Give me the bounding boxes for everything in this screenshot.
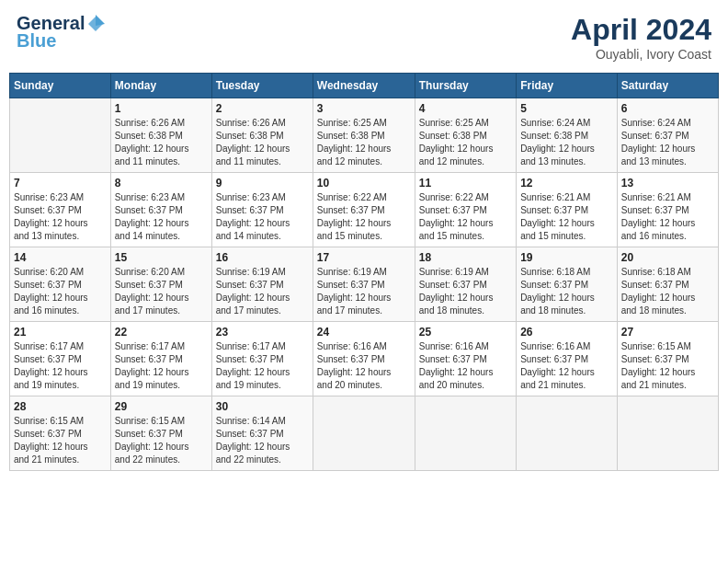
day-info: Sunrise: 6:17 AM Sunset: 6:37 PM Dayligh… [14,340,107,392]
page-header: General Blue April 2024 Ouyabli, Ivory C… [9,9,719,65]
calendar-cell: 4Sunrise: 6:25 AM Sunset: 6:38 PM Daylig… [415,98,516,173]
calendar-cell: 8Sunrise: 6:23 AM Sunset: 6:37 PM Daylig… [110,173,211,247]
day-number: 26 [520,326,613,339]
day-number: 12 [520,177,613,190]
calendar-cell: 5Sunrise: 6:24 AM Sunset: 6:38 PM Daylig… [517,98,618,173]
day-info: Sunrise: 6:19 AM Sunset: 6:37 PM Dayligh… [419,266,512,317]
day-number: 22 [115,326,208,339]
calendar-cell: 27Sunrise: 6:15 AM Sunset: 6:37 PM Dayli… [617,322,718,396]
day-number: 8 [115,177,208,190]
day-number: 1 [115,102,208,115]
calendar-cell: 17Sunrise: 6:19 AM Sunset: 6:37 PM Dayli… [313,247,415,322]
calendar-cell: 20Sunrise: 6:18 AM Sunset: 6:37 PM Dayli… [617,247,718,322]
calendar-cell: 24Sunrise: 6:16 AM Sunset: 6:37 PM Dayli… [313,322,415,396]
day-info: Sunrise: 6:19 AM Sunset: 6:37 PM Dayligh… [216,266,309,317]
day-number: 27 [621,326,714,339]
day-number: 20 [621,251,714,264]
calendar-cell: 28Sunrise: 6:15 AM Sunset: 6:37 PM Dayli… [10,396,111,471]
day-number: 9 [216,177,309,190]
day-info: Sunrise: 6:17 AM Sunset: 6:37 PM Dayligh… [216,340,309,392]
calendar-cell: 23Sunrise: 6:17 AM Sunset: 6:37 PM Dayli… [211,322,313,396]
logo-icon [86,15,105,33]
calendar-cell: 13Sunrise: 6:21 AM Sunset: 6:37 PM Dayli… [617,173,718,247]
day-number: 7 [14,177,107,190]
day-info: Sunrise: 6:18 AM Sunset: 6:37 PM Dayligh… [621,266,714,317]
day-info: Sunrise: 6:23 AM Sunset: 6:37 PM Dayligh… [216,191,309,243]
month-title: April 2024 [571,13,711,47]
calendar-cell: 26Sunrise: 6:16 AM Sunset: 6:37 PM Dayli… [517,322,618,396]
day-info: Sunrise: 6:24 AM Sunset: 6:38 PM Dayligh… [520,117,613,168]
calendar-cell: 1Sunrise: 6:26 AM Sunset: 6:38 PM Daylig… [110,98,211,173]
day-info: Sunrise: 6:26 AM Sunset: 6:38 PM Dayligh… [216,117,309,168]
day-info: Sunrise: 6:23 AM Sunset: 6:37 PM Dayligh… [115,191,208,243]
weekday-header: Tuesday [211,74,313,98]
day-number: 18 [419,251,512,264]
day-info: Sunrise: 6:21 AM Sunset: 6:37 PM Dayligh… [520,191,613,243]
calendar-cell: 14Sunrise: 6:20 AM Sunset: 6:37 PM Dayli… [10,247,111,322]
location-subtitle: Ouyabli, Ivory Coast [571,47,711,62]
day-number: 6 [621,102,714,115]
calendar-cell: 3Sunrise: 6:25 AM Sunset: 6:38 PM Daylig… [313,98,415,173]
calendar-cell: 22Sunrise: 6:17 AM Sunset: 6:37 PM Dayli… [110,322,211,396]
calendar-cell [517,396,618,471]
day-number: 29 [115,400,208,413]
calendar-cell [415,396,516,471]
day-info: Sunrise: 6:15 AM Sunset: 6:37 PM Dayligh… [115,415,208,466]
day-info: Sunrise: 6:23 AM Sunset: 6:37 PM Dayligh… [14,191,107,243]
calendar-cell: 15Sunrise: 6:20 AM Sunset: 6:37 PM Dayli… [110,247,211,322]
title-block: April 2024 Ouyabli, Ivory Coast [571,13,711,62]
calendar-week-row: 21Sunrise: 6:17 AM Sunset: 6:37 PM Dayli… [10,322,719,396]
day-info: Sunrise: 6:20 AM Sunset: 6:37 PM Dayligh… [14,266,107,317]
weekday-header: Monday [110,74,211,98]
calendar-cell: 16Sunrise: 6:19 AM Sunset: 6:37 PM Dayli… [211,247,313,322]
day-number: 11 [419,177,512,190]
calendar-cell: 19Sunrise: 6:18 AM Sunset: 6:37 PM Dayli… [517,247,618,322]
weekday-header: Sunday [10,74,111,98]
day-info: Sunrise: 6:20 AM Sunset: 6:37 PM Dayligh… [115,266,208,317]
day-number: 3 [317,102,411,115]
weekday-header: Thursday [415,74,516,98]
day-info: Sunrise: 6:16 AM Sunset: 6:37 PM Dayligh… [317,340,411,392]
calendar-week-row: 14Sunrise: 6:20 AM Sunset: 6:37 PM Dayli… [10,247,719,322]
weekday-header: Saturday [617,74,718,98]
day-info: Sunrise: 6:16 AM Sunset: 6:37 PM Dayligh… [419,340,512,392]
calendar-cell [617,396,718,471]
day-info: Sunrise: 6:24 AM Sunset: 6:37 PM Dayligh… [621,117,714,168]
day-info: Sunrise: 6:22 AM Sunset: 6:37 PM Dayligh… [317,191,411,243]
calendar-cell: 10Sunrise: 6:22 AM Sunset: 6:37 PM Dayli… [313,173,415,247]
calendar-cell: 12Sunrise: 6:21 AM Sunset: 6:37 PM Dayli… [517,173,618,247]
day-info: Sunrise: 6:18 AM Sunset: 6:37 PM Dayligh… [520,266,613,317]
day-number: 4 [419,102,512,115]
day-info: Sunrise: 6:19 AM Sunset: 6:37 PM Dayligh… [317,266,411,317]
day-number: 5 [520,102,613,115]
day-info: Sunrise: 6:25 AM Sunset: 6:38 PM Dayligh… [419,117,512,168]
calendar-cell: 11Sunrise: 6:22 AM Sunset: 6:37 PM Dayli… [415,173,516,247]
day-info: Sunrise: 6:22 AM Sunset: 6:37 PM Dayligh… [419,191,512,243]
calendar-cell: 6Sunrise: 6:24 AM Sunset: 6:37 PM Daylig… [617,98,718,173]
day-info: Sunrise: 6:25 AM Sunset: 6:38 PM Dayligh… [317,117,411,168]
day-info: Sunrise: 6:15 AM Sunset: 6:37 PM Dayligh… [621,340,714,392]
day-number: 30 [216,400,309,413]
day-number: 10 [317,177,411,190]
day-info: Sunrise: 6:16 AM Sunset: 6:37 PM Dayligh… [520,340,613,392]
calendar-week-row: 1Sunrise: 6:26 AM Sunset: 6:38 PM Daylig… [10,98,719,173]
calendar-cell: 25Sunrise: 6:16 AM Sunset: 6:37 PM Dayli… [415,322,516,396]
calendar-cell: 29Sunrise: 6:15 AM Sunset: 6:37 PM Dayli… [110,396,211,471]
calendar-cell: 7Sunrise: 6:23 AM Sunset: 6:37 PM Daylig… [10,173,111,247]
calendar-cell [313,396,415,471]
weekday-header: Friday [517,74,618,98]
calendar-week-row: 7Sunrise: 6:23 AM Sunset: 6:37 PM Daylig… [10,173,719,247]
calendar-week-row: 28Sunrise: 6:15 AM Sunset: 6:37 PM Dayli… [10,396,719,471]
day-number: 16 [216,251,309,264]
calendar-cell: 21Sunrise: 6:17 AM Sunset: 6:37 PM Dayli… [10,322,111,396]
day-info: Sunrise: 6:17 AM Sunset: 6:37 PM Dayligh… [115,340,208,392]
svg-marker-1 [96,15,105,26]
calendar-table: SundayMondayTuesdayWednesdayThursdayFrid… [9,73,719,471]
weekday-header: Wednesday [313,74,415,98]
logo: General Blue [17,13,105,52]
logo-general: General [17,13,85,33]
day-number: 13 [621,177,714,190]
day-number: 21 [14,326,107,339]
day-info: Sunrise: 6:21 AM Sunset: 6:37 PM Dayligh… [621,191,714,243]
day-number: 17 [317,251,411,264]
